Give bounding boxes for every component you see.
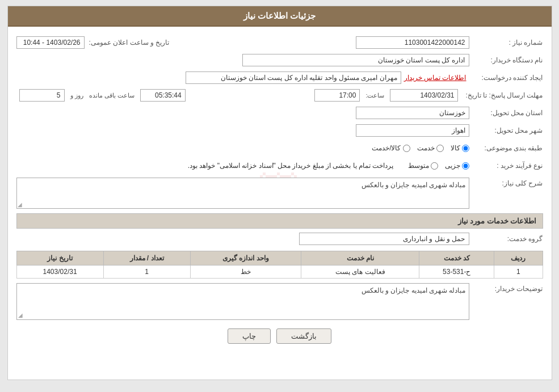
buyer-name-value: اداره کل پست استان خوزستان [242,54,469,66]
services-table-section: ردیف کد خدمت نام خدمت واحد اندازه گیری ت… [16,251,543,279]
page-title: جزئیات اطلاعات نیاز [243,11,316,20]
province-label: استان محل تحویل: [469,109,543,117]
cell-quantity: 1 [103,265,190,279]
form-content: شماره نیاز : 1103001422000142 تاریخ و سا… [16,35,543,344]
process-row: نوع فرآیند خرید : متوسط جزیی پرداخت تمام… [16,158,543,173]
need-desc-row: شرح کلی نیاز: مبادله شهری امیدیه جایزان … [16,178,543,209]
deadline-time-label: ساعت: [365,92,384,99]
announce-datetime-label: تاریخ و ساعت اعلان عمومی: [85,39,170,47]
category-label: طبقه بندی موضوعی: [469,144,543,152]
service-group-label: گروه خدمت: [469,235,543,243]
process-radio-group: متوسط جزیی [408,162,469,170]
resize-handle: ◢ [18,201,22,208]
buyer-name-row: نام دستگاه خریدار: اداره کل پست استان خو… [16,53,543,68]
category-option-khadamat[interactable]: خدمت [417,144,444,152]
services-section-title: اطلاعات خدمات مورد نیاز [16,213,543,229]
announce-datetime-value: 1403/02/26 - 10:44 [16,36,85,49]
deadline-days: 5 [19,89,65,102]
page-header: جزئیات اطلاعات نیاز [8,6,552,27]
services-table: ردیف کد خدمت نام خدمت واحد اندازه گیری ت… [16,251,543,279]
process-note: پرداخت تمام یا بخشی از مبلغ خریداز محل "… [188,162,394,170]
deadline-days-label: روز و [70,92,83,99]
creator-name: مهران امیری مسئول واحد تقلیه اداره کل پس… [186,71,401,84]
deadline-date: 1403/02/31 [390,89,458,102]
creator-label: ایجاد کننده درخواست: [469,74,543,82]
creator-row: ایجاد کننده درخواست: اطلاعات تماس خریدار… [16,70,543,85]
process-label: نوع فرآیند خرید : [469,162,543,170]
deadline-remaining: 05:35:44 [140,89,186,102]
category-radio-group: کالا/خدمت خدمت کالا [372,144,469,152]
main-container: جزئیات اطلاعات نیاز 🛡 شماره نیاز : 11030… [7,6,552,380]
service-group-value: حمل و نقل و انبارداری [299,233,469,245]
cell-date: 1403/02/31 [16,265,103,279]
cell-code: ح-531-53 [419,265,494,279]
deadline-label: مهلت ارسال پاسخ: تا تاریخ: [461,91,543,99]
need-number-label: شماره نیاز : [469,39,543,47]
need-desc-value: مبادله شهری امیدیه جایزان و بالعکس [16,178,469,209]
need-desc-label: شرح کلی نیاز: [469,178,543,187]
service-group-row: گروه خدمت: حمل و نقل و انبارداری [16,231,543,246]
cell-unit: خط [190,265,301,279]
need-number-row: شماره نیاز : 1103001422000142 تاریخ و سا… [16,35,543,50]
col-quantity: تعداد / مقدار [103,251,190,265]
cell-row: 1 [494,265,543,279]
table-row: 1 ح-531-53 فعالیت های پست خط 1 1403/02/3… [16,265,543,279]
print-button[interactable]: چاپ [228,328,271,344]
process-option-jozi[interactable]: جزیی [445,162,469,170]
process-option-mottavas[interactable]: متوسط [408,162,438,170]
city-row: شهر محل تحویل: اهواز [16,123,543,138]
province-row: استان محل تحویل: خوزستان [16,106,543,120]
content-area: 🛡 شماره نیاز : 1103001422000142 تاریخ و … [8,27,552,355]
col-code: کد خدمت [419,251,494,265]
city-label: شهر محل تحویل: [469,127,543,134]
back-button[interactable]: بازگشت [276,328,331,344]
buyer-desc-resize: ◢ [18,312,23,318]
col-date: تاریخ نیاز [16,251,103,265]
creator-contact-link[interactable]: اطلاعات تماس خریدار [404,74,466,82]
buyer-desc-row: توضیحات خریدار: مبادله شهری امیدیه جایزا… [16,283,543,320]
category-option-kala[interactable]: کالا [451,144,469,152]
category-row: طبقه بندی موضوعی: کالا/خدمت خدمت کالا [16,141,543,155]
buttons-row: بازگشت چاپ [16,328,543,344]
cell-name: فعالیت های پست [301,265,419,279]
deadline-row: مهلت ارسال پاسخ: تا تاریخ: 1403/02/31 سا… [16,88,543,103]
col-unit: واحد اندازه گیری [190,251,301,265]
col-row: ردیف [494,251,543,265]
need-number-value: 1103001422000142 [356,36,469,49]
deadline-time: 17:00 [314,89,360,102]
city-value: اهواز [356,124,469,137]
buyer-name-label: نام دستگاه خریدار: [469,56,543,64]
deadline-remaining-label: ساعت باقی مانده [89,92,135,99]
province-value: خوزستان [356,107,469,119]
category-option-kala-khadamat[interactable]: کالا/خدمت [372,144,410,152]
buyer-desc-content: مبادله شهری امیدیه جایزان و بالعکس ◢ [16,283,469,320]
buyer-desc-text: مبادله شهری امیدیه جایزان و بالعکس [20,286,466,294]
buyer-desc-label: توضیحات خریدار: [469,283,543,293]
col-name: نام خدمت [301,251,419,265]
